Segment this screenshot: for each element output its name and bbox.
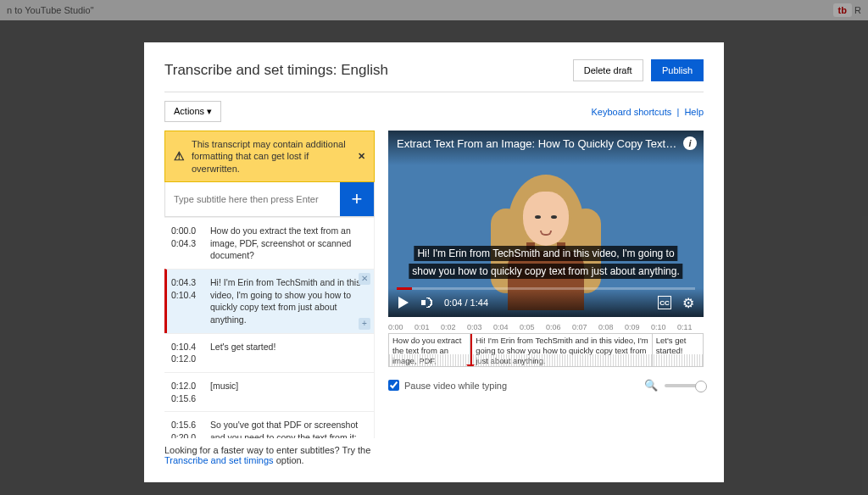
modal-title: Transcribe and set timings: English <box>164 62 388 79</box>
video-title: Extract Text From an Image: How To Quick… <box>388 131 704 165</box>
waveform <box>389 354 703 366</box>
settings-gear-icon[interactable]: ⚙ <box>682 296 695 309</box>
caret-down-icon: ▾ <box>207 106 212 116</box>
warning-text: This transcript may contain additional f… <box>192 138 351 175</box>
add-subtitle-button[interactable]: + <box>340 182 374 216</box>
time-display: 0:04 / 1:44 <box>444 298 488 308</box>
cue-text[interactable]: [music] <box>210 380 367 404</box>
timeline[interactable]: 0:000:010:02 0:030:040:05 0:060:070:08 0… <box>388 321 704 372</box>
cc-button[interactable]: CC <box>658 296 671 309</box>
zoom-slider[interactable] <box>665 384 704 387</box>
video-player[interactable]: Extract Text From an Image: How To Quick… <box>388 131 704 317</box>
transcribe-modal: Transcribe and set timings: English Dele… <box>144 42 724 482</box>
cue-times[interactable]: 0:12.0 0:15.6 <box>171 380 202 404</box>
zoom-icon[interactable]: 🔍 <box>644 379 658 392</box>
footer-tip: Looking for a faster way to enter subtit… <box>164 438 375 465</box>
timeline-clips[interactable]: How do you extract the text from an imag… <box>388 333 704 367</box>
subtitle-input-row: + <box>164 182 375 217</box>
cue-times[interactable]: 0:10.4 0:12.0 <box>171 341 202 365</box>
cue-row-active[interactable]: 0:04.3 0:10.4 Hi! I'm Erin from TechSmit… <box>164 269 374 333</box>
actions-dropdown[interactable]: Actions ▾ <box>164 101 221 122</box>
volume-button[interactable] <box>420 296 434 309</box>
warning-icon: ⚠ <box>174 148 185 164</box>
cue-times[interactable]: 0:15.6 0:20.0 <box>171 419 202 438</box>
subtitle-input[interactable] <box>165 182 340 216</box>
publish-button[interactable]: Publish <box>651 59 704 81</box>
remove-cue-icon[interactable]: ✕ <box>359 273 370 285</box>
bottom-row: Pause video while typing 🔍 <box>388 372 704 398</box>
close-warning-button[interactable]: ✕ <box>358 150 365 162</box>
playhead[interactable] <box>470 334 471 366</box>
right-column: Extract Text From an Image: How To Quick… <box>388 131 704 465</box>
cue-row[interactable]: 0:15.6 0:20.0 So you've got that PDF or … <box>164 411 374 438</box>
main-row: ⚠ This transcript may contain additional… <box>164 131 704 465</box>
info-icon[interactable]: i <box>683 136 697 150</box>
play-button[interactable] <box>397 296 410 309</box>
cue-text[interactable]: So you've got that PDF or screenshot and… <box>210 419 367 438</box>
caption-overlay: Hi! I'm Erin from TechSmith and in this … <box>407 245 684 280</box>
sub-header: Actions ▾ Keyboard shortcuts | Help <box>164 92 704 131</box>
cue-list[interactable]: 0:00.0 0:04.3 How do you extract the tex… <box>164 217 375 438</box>
cue-row[interactable]: 0:00.0 0:04.3 How do you extract the tex… <box>164 217 374 269</box>
left-column: ⚠ This transcript may contain additional… <box>164 131 375 465</box>
cue-text[interactable]: Let's get started! <box>210 341 367 365</box>
timeline-ticks: 0:000:010:02 0:030:040:05 0:060:070:08 0… <box>388 321 704 333</box>
header-actions: Delete draft Publish <box>568 59 704 81</box>
pause-while-typing-label: Pause video while typing <box>404 381 507 391</box>
cue-text[interactable]: How do you extract the text from an imag… <box>210 225 367 262</box>
keyboard-shortcuts-link[interactable]: Keyboard shortcuts <box>592 107 672 117</box>
transcribe-option-link[interactable]: Transcribe and set timings <box>164 455 274 465</box>
cue-row[interactable]: 0:12.0 0:15.6 [music] <box>164 372 374 411</box>
cue-times[interactable]: 0:04.3 0:10.4 <box>171 276 202 326</box>
cue-times[interactable]: 0:00.0 0:04.3 <box>171 225 202 262</box>
delete-draft-button[interactable]: Delete draft <box>573 59 643 81</box>
modal-header: Transcribe and set timings: English Dele… <box>164 59 704 92</box>
pause-while-typing-checkbox[interactable] <box>388 380 399 391</box>
cue-row[interactable]: 0:10.4 0:12.0 Let's get started! <box>164 333 374 372</box>
sub-links: Keyboard shortcuts | Help <box>592 107 704 117</box>
warning-banner: ⚠ This transcript may contain additional… <box>164 131 375 182</box>
help-link[interactable]: Help <box>684 107 704 117</box>
cue-text-editable[interactable]: Hi! I'm Erin from TechSmith and in this … <box>210 276 367 326</box>
insert-cue-icon[interactable]: + <box>359 318 370 330</box>
video-controls: 0:04 / 1:44 CC ⚙ <box>388 288 704 317</box>
